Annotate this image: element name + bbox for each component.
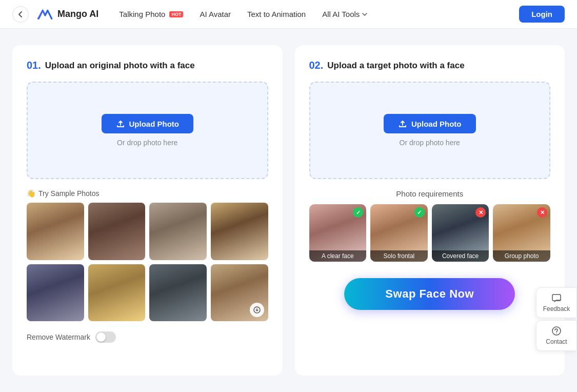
right-step-number: 02. bbox=[309, 60, 324, 71]
right-upload-button[interactable]: Upload Photo bbox=[384, 114, 476, 133]
sample-photo-2[interactable] bbox=[88, 203, 146, 260]
req-covered-face[interactable]: ✕ Covered face bbox=[432, 204, 489, 262]
carousel-icon bbox=[253, 306, 261, 314]
upload-icon bbox=[116, 119, 125, 128]
req-group-photo[interactable]: ✕ Group photo bbox=[493, 204, 550, 262]
sample-emoji: 👋 bbox=[27, 189, 35, 198]
sample-photo-7[interactable] bbox=[149, 264, 207, 322]
left-section-label: Upload an original photo with a face bbox=[45, 61, 195, 71]
svg-point-2 bbox=[552, 327, 561, 335]
contact-icon bbox=[551, 326, 562, 336]
sample-photo-5[interactable] bbox=[27, 264, 84, 322]
watermark-label: Remove Watermark bbox=[27, 333, 90, 341]
watermark-row: Remove Watermark bbox=[27, 331, 268, 343]
feedback-icon bbox=[551, 293, 562, 303]
right-section-title: 02. Upload a target photo with a face bbox=[309, 60, 551, 71]
right-section-label: Upload a target photo with a face bbox=[327, 61, 464, 71]
swap-face-now-button[interactable]: Swap Face Now bbox=[344, 278, 515, 310]
main-content: 01. Upload an original photo with a face… bbox=[0, 29, 577, 392]
sample-photo-8-wrapper bbox=[211, 264, 268, 322]
left-upload-area[interactable]: Upload Photo Or drop photo here bbox=[27, 82, 268, 179]
req-label-covered-face: Covered face bbox=[432, 250, 489, 262]
left-step-number: 01. bbox=[27, 60, 41, 71]
sample-section: 👋 Try Sample Photos bbox=[27, 189, 268, 321]
swap-container: Swap Face Now bbox=[309, 278, 551, 310]
req-label-solo-frontal: Solo frontal bbox=[370, 250, 428, 262]
req-solo-frontal[interactable]: ✓ Solo frontal bbox=[370, 204, 428, 262]
nav: Talking Photo HOT AI Avatar Text to Anim… bbox=[119, 10, 519, 18]
req-label-clear-face: A clear face bbox=[309, 250, 367, 262]
sample-photo-6[interactable] bbox=[88, 264, 146, 322]
sample-label: 👋 Try Sample Photos bbox=[27, 189, 268, 198]
contact-button[interactable]: Contact bbox=[536, 320, 577, 351]
right-upload-label: Upload Photo bbox=[411, 120, 462, 128]
req-grid: ✓ A clear face ✓ Solo frontal ✕ Covered … bbox=[309, 204, 551, 262]
sample-photo-1[interactable] bbox=[27, 203, 84, 260]
hot-badge: HOT bbox=[169, 11, 183, 17]
req-badge-group-photo: ✕ bbox=[537, 207, 547, 218]
left-panel: 01. Upload an original photo with a face… bbox=[12, 45, 283, 376]
logo: Mango AI bbox=[37, 7, 98, 22]
req-label-group-photo: Group photo bbox=[493, 250, 550, 262]
floating-sidebar: Feedback Contact bbox=[536, 287, 577, 351]
sample-photo-4[interactable] bbox=[211, 203, 268, 260]
logo-icon bbox=[37, 7, 53, 22]
nav-ai-avatar[interactable]: AI Avatar bbox=[200, 10, 231, 18]
login-button[interactable]: Login bbox=[519, 6, 565, 23]
feedback-label: Feedback bbox=[543, 305, 570, 312]
req-clear-face[interactable]: ✓ A clear face bbox=[309, 204, 367, 262]
right-upload-area[interactable]: Upload Photo Or drop photo here bbox=[309, 82, 551, 179]
back-button[interactable] bbox=[12, 6, 29, 23]
left-section-title: 01. Upload an original photo with a face bbox=[27, 60, 268, 71]
right-panel: 02. Upload a target photo with a face Up… bbox=[295, 45, 565, 376]
sample-photo-3[interactable] bbox=[149, 203, 207, 260]
nav-all-ai-tools[interactable]: All AI Tools bbox=[322, 10, 368, 18]
nav-all-ai-tools-label: All AI Tools bbox=[322, 10, 360, 18]
left-upload-button[interactable]: Upload Photo bbox=[102, 114, 194, 133]
req-badge-clear-face: ✓ bbox=[353, 207, 363, 218]
nav-talking-photo-label: Talking Photo bbox=[119, 10, 165, 18]
svg-point-3 bbox=[556, 333, 557, 334]
right-drop-hint: Or drop photo here bbox=[400, 139, 460, 147]
nav-talking-photo[interactable]: Talking Photo HOT bbox=[119, 10, 183, 18]
left-upload-label: Upload Photo bbox=[129, 120, 180, 128]
chevron-left-icon bbox=[17, 11, 24, 18]
req-badge-solo-frontal: ✓ bbox=[414, 207, 425, 218]
nav-text-to-animation[interactable]: Text to Animation bbox=[247, 10, 306, 18]
nav-ai-avatar-label: AI Avatar bbox=[200, 10, 231, 18]
req-title: Photo requirements bbox=[309, 189, 551, 198]
feedback-button[interactable]: Feedback bbox=[536, 287, 577, 318]
watermark-toggle[interactable] bbox=[95, 331, 116, 343]
upload-icon-right bbox=[398, 119, 407, 128]
carousel-button[interactable] bbox=[250, 303, 264, 317]
nav-text-to-animation-label: Text to Animation bbox=[247, 10, 306, 18]
toggle-knob bbox=[96, 332, 106, 342]
sample-grid bbox=[27, 203, 268, 321]
photo-requirements: Photo requirements ✓ A clear face ✓ Solo… bbox=[309, 189, 551, 262]
contact-label: Contact bbox=[546, 338, 567, 345]
chevron-down-icon bbox=[362, 11, 368, 17]
left-drop-hint: Or drop photo here bbox=[117, 139, 177, 147]
header: Mango AI Talking Photo HOT AI Avatar Tex… bbox=[0, 0, 577, 29]
logo-text: Mango AI bbox=[57, 9, 98, 19]
svg-rect-1 bbox=[552, 295, 561, 301]
